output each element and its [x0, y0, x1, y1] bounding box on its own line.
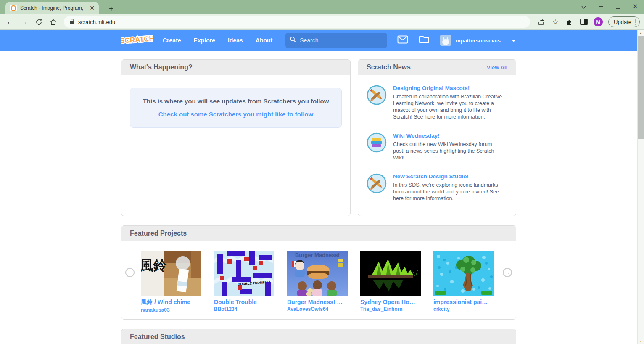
project-thumbnail-wind-chime[interactable]: 風鈴 — [141, 251, 201, 296]
scrollbar-thumb[interactable] — [638, 36, 644, 139]
new-tab-button[interactable]: + — [109, 5, 113, 13]
project-title[interactable]: Burger Madness! … — [287, 299, 348, 305]
my-stuff-folder-icon[interactable] — [419, 35, 430, 45]
featured-studios-section: Featured Studios — [121, 329, 516, 344]
whats-happening-section: What's Happening? This is where you will… — [121, 59, 351, 216]
project-author[interactable]: AvaLovesOwls64 — [287, 306, 348, 312]
nav-link-create[interactable]: Create — [163, 37, 181, 44]
share-icon[interactable] — [535, 16, 547, 28]
paintbrush-and-pencil-icon — [367, 85, 387, 105]
featured-projects-title: Featured Projects — [130, 230, 187, 237]
window-menu-chevron-icon[interactable] — [581, 4, 586, 10]
follow-suggestion-link[interactable]: Check out some Scratchers you might like… — [158, 111, 313, 118]
close-window-button[interactable]: ✕ — [633, 3, 638, 10]
tab-close-icon[interactable]: ✕ — [89, 5, 95, 11]
search-icon — [290, 36, 296, 45]
news-item[interactable]: Designing Original Mascots! Created in c… — [358, 75, 516, 126]
home-button[interactable] — [47, 16, 59, 28]
url-bar[interactable]: scratch.mit.edu — [64, 16, 530, 28]
tab-title: Scratch - Imagine, Program, Shar — [20, 5, 85, 11]
view-all-link[interactable]: View All — [487, 64, 507, 71]
carousel-left-arrow[interactable]: ← — [125, 268, 135, 277]
scratch-news-section: Scratch News View All Designing — [358, 59, 516, 216]
user-avatar[interactable] — [440, 35, 451, 46]
scroll-up-arrow-icon[interactable]: ▲ — [638, 30, 644, 36]
back-button[interactable]: ← — [4, 16, 16, 28]
project-title[interactable]: impressionist pai… — [433, 299, 494, 305]
browser-toolbar: ← → scratch.mit.edu ☆ M Update — [0, 14, 644, 30]
news-item[interactable]: New Scratch Design Studio! In this SDS, … — [358, 167, 516, 207]
project-title[interactable]: Double Trouble — [214, 299, 274, 305]
svg-text:Burger Madness!: Burger Madness! — [295, 252, 340, 258]
username-label[interactable]: mpattersonscvcs — [456, 37, 501, 44]
project-thumbnail-impressionist-painting[interactable] — [433, 251, 494, 296]
news-item[interactable]: Wiki Wednesday! Check out the new Wiki W… — [358, 126, 516, 167]
follow-info-box: This is where you will see updates from … — [130, 88, 342, 128]
news-item-body: In this SDS, we're exploring iconic land… — [393, 182, 504, 202]
url-text: scratch.mit.edu — [78, 19, 115, 25]
nav-link-ideas[interactable]: Ideas — [228, 37, 243, 44]
kebab-menu-icon[interactable] — [635, 19, 636, 25]
project-card[interactable]: 風鈴 風鈴 / Wind chime nanakusa03 — [141, 251, 201, 313]
project-thumbnail-burger-madness[interactable]: Burger Madness! — [287, 251, 348, 296]
bookmark-star-icon[interactable]: ☆ — [549, 16, 561, 28]
project-card[interactable]: Burger Madness! — [287, 251, 348, 313]
scratch-favicon — [10, 5, 17, 11]
search-box[interactable] — [285, 33, 387, 48]
paintbrush-and-pencil-icon — [367, 173, 387, 193]
browser-tab[interactable]: Scratch - Imagine, Program, Shar ✕ — [5, 2, 99, 14]
minimize-button[interactable] — [599, 6, 603, 7]
page-viewport: SCRATCH Create Explore Ideas About — [0, 30, 644, 344]
svg-text:SCRATCH: SCRATCH — [121, 34, 153, 45]
news-item-title[interactable]: New Scratch Design Studio! — [393, 173, 504, 180]
news-item-body: Created in collaboration with Brazilian … — [393, 93, 504, 120]
news-item-body: Check out the new Wiki Wednesday forum p… — [393, 141, 504, 161]
browser-profile-avatar[interactable]: M — [594, 17, 603, 26]
scratch-logo[interactable]: SCRATCH — [121, 32, 153, 49]
scroll-down-arrow-icon[interactable]: ▼ — [638, 338, 644, 344]
update-button[interactable]: Update — [608, 16, 640, 27]
search-input[interactable] — [300, 37, 371, 44]
project-title[interactable]: 風鈴 / Wind chime — [141, 299, 201, 306]
tab-strip: Scratch - Imagine, Program, Shar ✕ + ✕ — [0, 0, 644, 14]
featured-projects-section: Featured Projects 風鈴 — [121, 225, 516, 320]
project-author[interactable]: crkcity — [433, 306, 494, 312]
project-card[interactable]: Sydney Opera Ho… Tris_das_Einhorn — [360, 251, 421, 313]
project-thumbnail-sydney-opera-house[interactable] — [360, 251, 421, 296]
project-card[interactable]: DOUBLE TROUBLE! Double Trouble BBot1234 — [214, 251, 274, 313]
side-panel-icon[interactable] — [578, 16, 590, 28]
lock-icon[interactable] — [70, 18, 74, 26]
nav-link-explore[interactable]: Explore — [194, 37, 215, 44]
featured-studios-title: Featured Studios — [130, 333, 185, 341]
news-item-title[interactable]: Designing Original Mascots! — [393, 85, 504, 91]
news-item-title[interactable]: Wiki Wednesday! — [393, 132, 504, 139]
nav-link-about[interactable]: About — [256, 37, 272, 44]
scratch-news-title: Scratch News — [367, 64, 411, 71]
carousel-right-arrow[interactable]: → — [503, 268, 512, 277]
forward-button[interactable]: → — [18, 16, 30, 28]
scratch-blocks-icon — [367, 132, 387, 153]
follow-info-message: This is where you will see updates from … — [136, 98, 335, 105]
svg-text:風鈴: 風鈴 — [141, 258, 167, 273]
extensions-puzzle-icon[interactable] — [564, 16, 575, 28]
page-scrollbar[interactable]: ▲ ▼ — [637, 30, 644, 344]
scratch-navbar: SCRATCH Create Explore Ideas About — [0, 30, 637, 51]
project-card[interactable]: impressionist pai… crkcity — [433, 251, 494, 313]
project-title[interactable]: Sydney Opera Ho… — [360, 299, 421, 305]
project-author[interactable]: Tris_das_Einhorn — [360, 306, 421, 312]
whats-happening-title: What's Happening? — [130, 64, 193, 71]
browser-chrome: Scratch - Imagine, Program, Shar ✕ + ✕ ←… — [0, 0, 644, 30]
account-chevron-down-icon[interactable] — [511, 37, 516, 44]
messages-envelope-icon[interactable] — [397, 35, 408, 45]
reload-button[interactable] — [33, 16, 45, 28]
project-author[interactable]: BBot1234 — [214, 306, 274, 312]
project-thumbnail-double-trouble[interactable]: DOUBLE TROUBLE! — [214, 251, 274, 296]
maximize-button[interactable] — [616, 5, 620, 9]
project-author[interactable]: nanakusa03 — [141, 307, 201, 313]
